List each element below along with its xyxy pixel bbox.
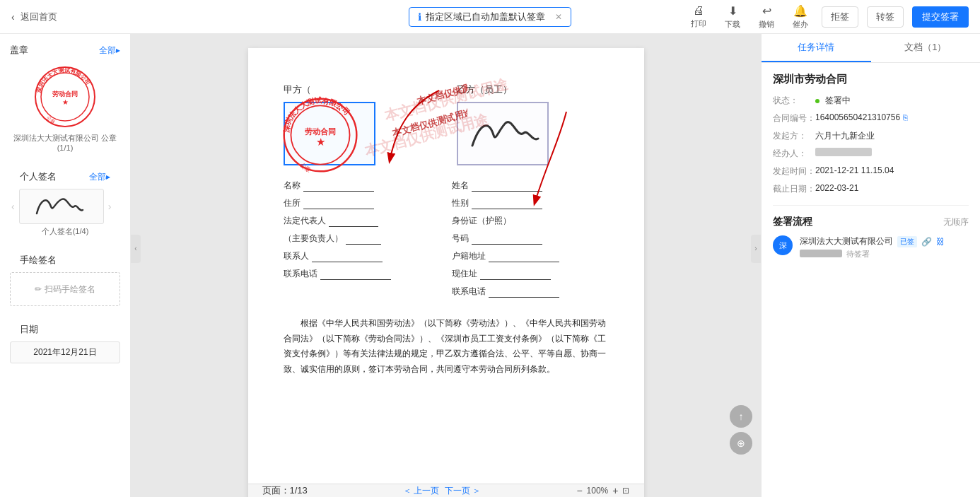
notice-close-icon[interactable]: ✕: [555, 12, 562, 22]
issuer-label: 发起方：: [773, 130, 815, 142]
handwrite-header: 手绘签名: [10, 251, 120, 269]
party-a: 甲方（ 深圳法大大测试有限公司 劳动合同 ★: [284, 83, 436, 165]
info-row-operator: 经办人：: [773, 148, 969, 160]
field-name-b: 姓名: [452, 180, 609, 192]
flow-header: 签署流程 无顺序: [773, 216, 969, 228]
status-dot: [815, 99, 819, 103]
zoom-in-button[interactable]: +: [612, 485, 618, 496]
page-nav: ＜ 上一页 下一页 ＞: [403, 485, 482, 497]
print-button[interactable]: 🖨 打印: [686, 4, 711, 29]
stamp-section-header: 盖章 全部▸: [0, 41, 130, 59]
field-gender: 性别: [452, 197, 609, 209]
print-icon: 🖨: [693, 4, 704, 17]
party-a-label: 甲方（: [284, 83, 436, 96]
doc-bottom-bar: 页面：1/13 ＜ 上一页 下一页 ＞ − 100% + ⊡: [248, 484, 644, 497]
stamp-all-link[interactable]: 全部▸: [99, 45, 120, 57]
status-value: 签署中: [815, 95, 851, 107]
right-tabs: 任务详情 文档（1）: [762, 34, 980, 63]
date-value[interactable]: 2021年12月21日: [10, 341, 120, 363]
zoom-level: 100%: [587, 486, 609, 496]
contract-num-value: 164005650421310756 ⎘: [815, 112, 908, 122]
personal-sig-all-link[interactable]: 全部▸: [89, 171, 110, 183]
personal-sig-section: 个人签名 全部▸ ‹ › 个人签名(1/4): [0, 163, 130, 241]
doc-area: 本文档仅供测试用途 本文档仅供测试用途 本文档仅供测试用途 本文档仅供测试用途: [131, 34, 761, 497]
field-id-num: 号码: [452, 233, 609, 245]
scroll-up-button[interactable]: ↑: [730, 405, 752, 428]
transfer-button[interactable]: 转签: [867, 6, 904, 28]
main-layout: 盖章 全部▸ 深圳法大大测试有限公司 劳动合同: [0, 34, 980, 497]
operator-label: 经办人：: [773, 148, 815, 160]
personal-sig-header: 个人签名 全部▸: [10, 168, 120, 186]
tab-document[interactable]: 文档（1）: [871, 34, 981, 62]
stamp-section: 盖章 全部▸ 深圳法大大测试有限公司 劳动合同: [0, 41, 130, 158]
sig-prev-arrow[interactable]: ‹: [10, 201, 16, 212]
party-b-sig-placeholder[interactable]: [457, 102, 549, 165]
field-phone-b: 联系电话: [452, 286, 609, 298]
prev-page-button[interactable]: ＜ 上一页: [403, 485, 439, 497]
flow-link-icon[interactable]: 🔗: [921, 237, 932, 247]
scroll-center-button[interactable]: ⊕: [730, 432, 752, 455]
svg-text:★: ★: [315, 136, 325, 148]
handwrite-button[interactable]: ✏ 扫码手绘签名: [10, 272, 120, 306]
date-header: 日期: [10, 320, 120, 339]
sig-next-arrow[interactable]: ›: [107, 201, 113, 212]
next-page-button[interactable]: 下一页 ＞: [445, 485, 481, 497]
status-text: 签署中: [825, 95, 851, 107]
info-row-contract-num: 合同编号： 164005650421310756 ⎘: [773, 112, 969, 124]
handwrite-btn-label: 扫码手绘签名: [45, 283, 95, 296]
personal-sig-count: 个人签名(1/4): [10, 226, 120, 237]
contract-num-label: 合同编号：: [773, 112, 815, 124]
form-fields: 名称 住所 法定代表人 （主要负责人） 联系人: [284, 180, 609, 303]
svg-text:劳动合同: 劳动合同: [305, 127, 336, 136]
party-a-sig-placeholder[interactable]: 深圳法大大测试有限公司 劳动合同 ★ 公章: [284, 102, 375, 165]
field-main-person: （主要负责人）: [284, 233, 441, 245]
tab-task-details[interactable]: 任务详情: [762, 34, 871, 62]
toolbar-right: 🖨 打印 ⬇ 下载 ↩ 撤销 🔔 催办 拒签 转签 提交签署: [686, 4, 969, 30]
submit-button[interactable]: 提交签署: [912, 6, 969, 28]
notice-box: ℹ 指定区域已自动加盖默认签章 ✕: [409, 7, 571, 27]
left-collapse-handle[interactable]: ‹: [131, 235, 141, 263]
personal-sig-image[interactable]: [19, 189, 104, 224]
handwrite-section: 手绘签名 ✏ 扫码手绘签名: [0, 247, 130, 310]
right-sidebar: 任务详情 文档（1） 深圳市劳动合同 状态： 签署中 合同编号： 1640056…: [761, 34, 980, 497]
field-id-card: 身份证（护照）: [452, 215, 609, 227]
field-phone-a: 联系电话: [284, 268, 441, 280]
stamp-item[interactable]: 深圳法大大测试有限公司 劳动合同 ★ 公章 深圳法大大测试有限公司 公章(1/1…: [0, 59, 130, 158]
fit-page-icon[interactable]: ⊡: [622, 486, 629, 496]
copy-icon[interactable]: ⎘: [903, 113, 908, 122]
info-row-deadline: 截止日期： 2022-03-21: [773, 183, 969, 195]
zoom-out-button[interactable]: −: [576, 485, 582, 496]
revoke-icon: ↩: [762, 4, 771, 18]
date-section: 日期 2021年12月21日: [0, 316, 130, 368]
flow-item-company: 深 深圳法大大测试有限公司 已签 🔗 ⛓ 待签署: [773, 235, 969, 259]
revoke-button[interactable]: ↩ 撤销: [754, 4, 779, 30]
page-info: 页面：1/13: [262, 484, 308, 497]
flow-badge: 已签: [897, 236, 917, 247]
sig-carousel: ‹ ›: [10, 189, 120, 224]
zoom-controls: − 100% + ⊡: [576, 485, 629, 496]
field-address-a: 住所: [284, 197, 441, 209]
operator-value: [815, 148, 872, 156]
doc-page: 本文档仅供测试用途 本文档仅供测试用途 本文档仅供测试用途 本文档仅供测试用途: [248, 48, 644, 497]
flow-title: 签署流程: [773, 216, 812, 228]
field-contact-a: 联系人: [284, 250, 441, 262]
left-sidebar: 盖章 全部▸ 深圳法大大测试有限公司 劳动合同: [0, 34, 131, 497]
issue-time-label: 发起时间：: [773, 165, 815, 177]
right-collapse-handle[interactable]: ›: [751, 235, 761, 263]
party-b-label: 乙方（员工）: [457, 83, 609, 96]
download-button[interactable]: ⬇ 下载: [720, 4, 745, 30]
reject-button[interactable]: 拒签: [822, 6, 858, 28]
right-content: 深圳市劳动合同 状态： 签署中 合同编号： 164005650421310756…: [762, 63, 980, 275]
operator-blurred: [815, 148, 872, 156]
notice-area: ℹ 指定区域已自动加盖默认签章 ✕: [409, 7, 571, 27]
urge-button[interactable]: 🔔 催办: [788, 4, 813, 30]
info-icon: ℹ: [418, 11, 421, 23]
employee-signature: [462, 110, 547, 160]
stamp-section-label: 盖章: [10, 44, 28, 57]
issuer-value: 六月十九新企业: [815, 130, 875, 142]
flow-chain-icon[interactable]: ⛓: [936, 237, 945, 247]
doc-scroll-buttons: ↑ ⊕: [730, 405, 752, 455]
back-home-button[interactable]: ‹ 返回首页: [11, 11, 57, 23]
deadline-value: 2022-03-21: [815, 183, 858, 193]
form-row-1: 名称 住所 法定代表人 （主要负责人） 联系人: [284, 180, 609, 303]
